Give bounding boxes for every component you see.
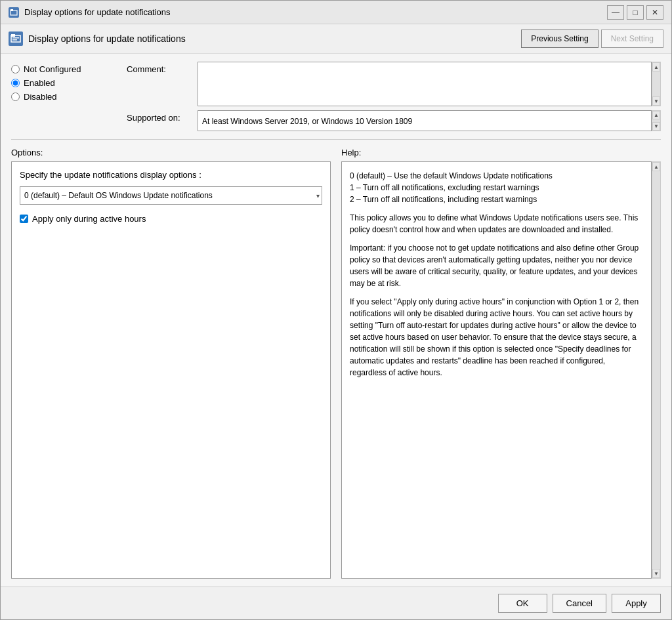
ok-button[interactable]: OK [498, 594, 547, 613]
supported-text: At least Windows Server 2019, or Windows… [202, 115, 412, 126]
main-window: Display options for update notifications… [0, 0, 672, 620]
help-section: Help: 0 (default) – Use the default Wind… [341, 148, 661, 579]
top-fields-row: Not Configured Enabled Disabled Comment: [11, 62, 661, 131]
comment-scroll-track [652, 72, 660, 96]
comment-scroll-up[interactable]: ▲ [652, 62, 660, 72]
help-para-1: This policy allows you to define what Wi… [350, 212, 643, 236]
comment-scroll-down[interactable]: ▼ [652, 96, 660, 106]
header-title: Display options for update notifications [28, 33, 186, 44]
close-icon: ✕ [652, 8, 658, 17]
close-button[interactable]: ✕ [646, 5, 663, 20]
help-scrollbar: ▲ ▼ [652, 161, 661, 579]
help-para-0: 0 (default) – Use the default Windows Up… [350, 170, 643, 205]
enabled-label: Enabled [24, 78, 55, 88]
supported-scroll-down[interactable]: ▼ [652, 122, 660, 131]
svg-rect-3 [11, 34, 15, 37]
help-scroll-track [652, 171, 660, 569]
comment-row: Comment: ▲ ▼ [127, 62, 661, 106]
enabled-radio[interactable] [11, 79, 20, 87]
disabled-label: Disabled [24, 92, 57, 102]
enabled-option[interactable]: Enabled [11, 78, 116, 88]
supported-value: At least Windows Server 2019, or Windows… [198, 110, 652, 131]
help-para-3: If you select "Apply only during active … [350, 296, 643, 379]
minimize-button[interactable]: — [607, 5, 624, 20]
svg-rect-0 [10, 10, 17, 15]
cancel-button[interactable]: Cancel [553, 594, 606, 613]
window-icon [9, 7, 19, 18]
comment-scrollbar: ▲ ▼ [652, 62, 661, 106]
not-configured-option[interactable]: Not Configured [11, 64, 116, 74]
options-box: Specify the update notifications display… [11, 161, 331, 579]
supported-row: Supported on: At least Windows Server 20… [127, 110, 661, 131]
active-hours-label: Apply only during active hours [32, 214, 146, 224]
header-icon [9, 31, 23, 46]
options-section: Options: Specify the update notification… [11, 148, 331, 579]
svg-rect-5 [12, 39, 17, 41]
disabled-radio[interactable] [11, 93, 20, 101]
svg-rect-4 [12, 37, 19, 39]
right-fields: Comment: ▲ ▼ Supported on: [127, 62, 661, 131]
minimize-icon: — [612, 8, 620, 17]
supported-scrollbar: ▲ ▼ [652, 110, 661, 131]
header-left: Display options for update notifications [9, 31, 186, 46]
maximize-button[interactable]: □ [627, 5, 644, 20]
supported-label: Supported on: [127, 110, 192, 123]
help-scroll-up[interactable]: ▲ [652, 162, 660, 171]
not-configured-label: Not Configured [24, 64, 81, 74]
disabled-option[interactable]: Disabled [11, 92, 116, 102]
help-para-2: Important: if you choose not to get upda… [350, 242, 643, 289]
comment-label: Comment: [127, 62, 192, 74]
help-box: 0 (default) – Use the default Windows Up… [341, 161, 652, 579]
active-hours-checkbox[interactable] [20, 215, 28, 223]
next-setting-button: Next Setting [601, 30, 663, 48]
main-content: Not Configured Enabled Disabled Comment: [1, 54, 671, 587]
apply-button[interactable]: Apply [612, 594, 661, 613]
help-label: Help: [341, 148, 661, 157]
supported-field-wrapper: At least Windows Server 2019, or Windows… [198, 110, 661, 131]
window-title: Display options for update notifications [24, 7, 171, 17]
header-bar: Display options for update notifications… [1, 24, 671, 54]
options-label: Options: [11, 148, 331, 157]
not-configured-radio[interactable] [11, 65, 20, 73]
section-divider [11, 139, 661, 140]
svg-rect-1 [10, 9, 13, 11]
options-help-row: Options: Specify the update notification… [11, 148, 661, 579]
supported-scroll-up[interactable]: ▲ [652, 111, 660, 119]
footer: OK Cancel Apply [1, 587, 671, 619]
title-bar: Display options for update notifications… [1, 1, 671, 24]
comment-textarea[interactable] [198, 62, 652, 106]
help-scroll-down[interactable]: ▼ [652, 569, 660, 578]
header-buttons: Previous Setting Next Setting [521, 30, 663, 48]
options-box-title: Specify the update notifications display… [20, 170, 322, 180]
active-hours-checkbox-row[interactable]: Apply only during active hours [20, 214, 322, 224]
dropdown-wrapper: 0 (default) – Default OS Windows Update … [20, 186, 322, 205]
window-controls: — □ ✕ [607, 5, 663, 20]
radio-section: Not Configured Enabled Disabled [11, 62, 116, 131]
title-bar-left: Display options for update notifications [9, 7, 171, 18]
previous-setting-button[interactable]: Previous Setting [521, 30, 598, 48]
maximize-icon: □ [633, 8, 637, 17]
comment-field-wrapper: ▲ ▼ [198, 62, 661, 106]
notification-select[interactable]: 0 (default) – Default OS Windows Update … [20, 186, 322, 205]
